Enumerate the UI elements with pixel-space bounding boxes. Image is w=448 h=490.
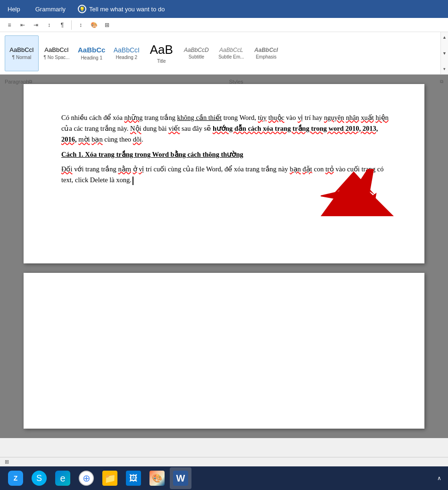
scroll-expand-arrow[interactable]: ▾ [441,66,448,72]
scroll-down-arrow[interactable]: ▼ [441,50,448,57]
style-subtle-preview: AaBbCcL [219,47,243,53]
style-normal-label: ¶ Normal [12,55,31,60]
styles-panel: AaBbCcI ¶ Normal AaBbCcI ¶ No Spac... Aa… [0,32,440,74]
menu-help[interactable]: Help [5,4,23,15]
edge-icon: e [55,471,70,486]
styles-row: AaBbCcI ¶ Normal AaBbCcI ¶ No Spac... Aa… [0,32,448,75]
style-nospace-preview: AaBbCcI [44,46,68,54]
menu-grammarly[interactable]: Grammarly [33,4,68,15]
ribbon: ≡ ⇤ ⇥ ↕ ¶ ↕ 🎨 ⊞ AaBbCcI ¶ Normal AaBbCcI… [0,18,448,75]
cortana-box[interactable]: 💡 Tell me what you want to do [78,5,165,13]
align-left-btn[interactable]: ≡ [4,19,15,31]
style-normal[interactable]: AaBbCcI ¶ Normal [5,35,39,71]
line-spacing-btn[interactable]: ↕ [75,19,86,31]
style-subtitle-preview: AaBbCcD [184,47,209,53]
style-subtle-em[interactable]: AaBbCcL Subtle Em... [214,35,248,71]
text-cursor [133,177,133,185]
heading-1: Cách 1. Xóa trang trắng trong Word bằng … [61,149,391,160]
cortana-icon: 💡 [78,5,86,13]
scroll-up-arrow[interactable]: ▲ [441,34,448,41]
taskbar-chevron-up[interactable]: ∧ [435,473,443,483]
style-subtitle-label: Subtitle [189,54,204,59]
increase-indent-btn[interactable]: ⇥ [30,19,41,31]
status-page-icon: ⊞ [5,459,9,465]
style-heading2[interactable]: AaBbCcI Heading 2 [109,35,143,71]
separator-1 [71,20,72,30]
cortana-label: Tell me what you want to do [89,6,165,13]
style-heading1-preview: AaBbCc [78,46,105,54]
word-icon: W [173,471,188,486]
pilcrow-btn[interactable]: ¶ [57,19,68,31]
taskbar-chrome[interactable]: ⊕ [75,467,97,489]
taskbar-photos[interactable]: 🖼 [123,467,144,489]
taskbar-word[interactable]: W [170,467,191,489]
arrow-annotation [321,169,396,226]
style-emphasis[interactable]: AaBbCcI Emphasis [249,35,283,71]
files-icon: 📁 [102,471,117,486]
taskbar-paint[interactable]: 🎨 [146,467,168,489]
styles-scrollbar: ▲ ▼ ▾ [440,32,448,74]
toolbar-row: ≡ ⇤ ⇥ ↕ ¶ ↕ 🎨 ⊞ [0,18,448,32]
taskbar-zoom[interactable]: Z [5,467,26,489]
taskbar: Z S e ⊕ 📁 🖼 🎨 W ∧ [0,466,448,490]
status-bar: ⊞ [0,457,448,466]
skype-icon: S [32,471,47,486]
style-heading1[interactable]: AaBbCc Heading 1 [75,35,108,71]
photos-icon: 🖼 [126,471,141,486]
taskbar-files[interactable]: 📁 [99,467,121,489]
style-title[interactable]: AaB Title [144,35,178,71]
taskbar-skype[interactable]: S [28,467,50,489]
page-1: Có nhiều cách để xóa những trang trắng k… [24,84,424,263]
zoom-icon: Z [8,471,23,486]
style-emphasis-label: Emphasis [256,54,276,59]
document-area: Có nhiều cách để xóa những trang trắng k… [0,75,448,438]
chrome-icon: ⊕ [79,471,94,486]
paint-icon: 🎨 [149,471,165,486]
style-nospace[interactable]: AaBbCcI ¶ No Spac... [40,35,74,71]
style-subtitle[interactable]: AaBbCcD Subtitle [179,35,213,71]
decrease-indent-btn[interactable]: ⇤ [17,19,28,31]
sort-btn[interactable]: ↕ [43,19,55,31]
styles-expand-icon[interactable]: ⧉ [440,79,443,84]
shading-btn[interactable]: 🎨 [88,19,100,31]
taskbar-right: ∧ [435,473,443,483]
style-subtle-label: Subtle Em... [218,54,244,59]
style-emphasis-preview: AaBbCcI [254,47,278,53]
style-normal-preview: AaBbCcI [9,46,33,54]
style-heading2-label: Heading 2 [116,55,138,60]
taskbar-edge[interactable]: e [52,467,74,489]
page-2-blank [24,273,424,429]
menu-bar: Help Grammarly 💡 Tell me what you want t… [0,0,448,18]
paragraph-1: Có nhiều cách để xóa những trang trắng k… [61,112,391,145]
svg-marker-3 [321,171,394,216]
style-heading1-label: Heading 1 [81,55,102,60]
style-nospace-label: ¶ No Spac... [44,55,70,60]
style-title-preview: AaB [150,42,173,57]
style-title-label: Title [157,59,166,64]
borders-btn[interactable]: ⊞ [101,19,113,31]
style-heading2-preview: AaBbCcI [114,46,140,54]
